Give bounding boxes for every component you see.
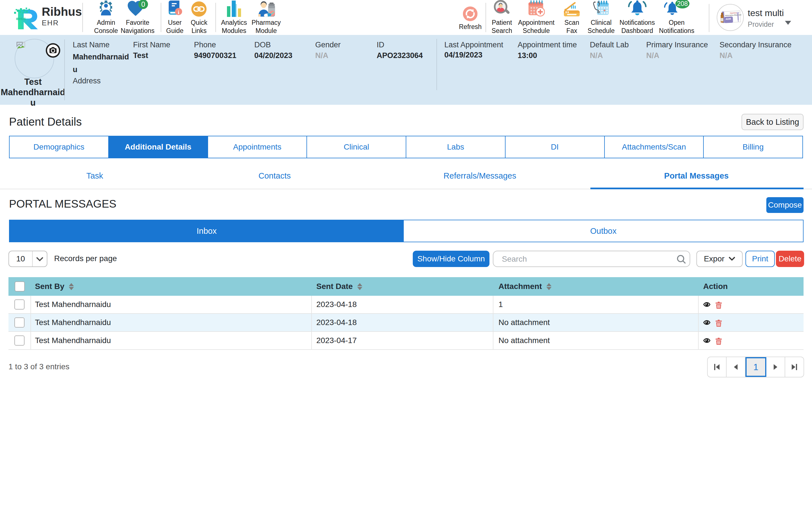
svg-text:ADR: ADR (725, 17, 731, 20)
svg-text:0: 0 (141, 0, 145, 8)
svg-text:208: 208 (677, 0, 688, 7)
svg-text:i: i (177, 9, 179, 15)
svg-text:IBHUS: IBHUS (16, 17, 26, 20)
